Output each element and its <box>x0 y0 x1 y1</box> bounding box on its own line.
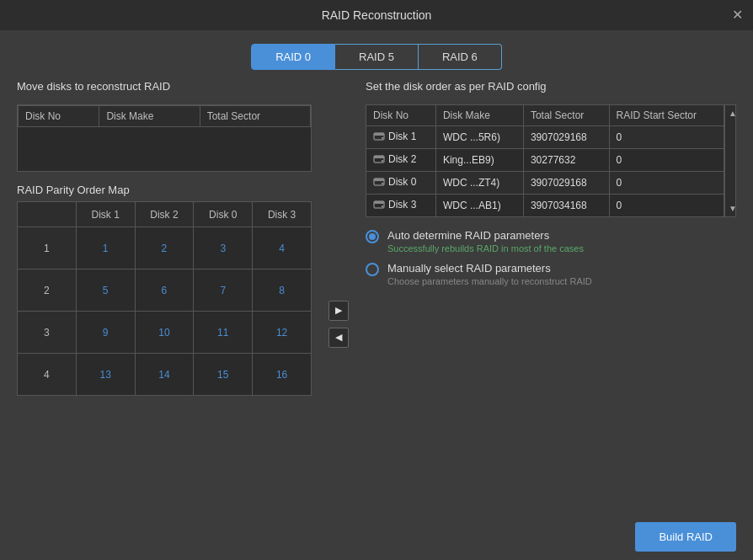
parity-cell-r2-c4: 8 <box>253 269 312 312</box>
tab-raid0[interactable]: RAID 0 <box>251 44 335 70</box>
left-panel: Move disks to reconstruct RAID Disk No D… <box>17 80 312 500</box>
auto-option-text: Auto determine RAID parameters Successfu… <box>387 229 584 253</box>
left-col-diskno: Disk No <box>19 106 99 127</box>
auto-option-label: Auto determine RAID parameters <box>387 229 584 242</box>
parity-cell-r4-c1: 13 <box>76 354 135 396</box>
right-table-row[interactable]: Disk 1WDC ...5R6)39070291680 <box>366 126 724 149</box>
right-disk-raid-start: 0 <box>609 195 724 217</box>
svg-point-2 <box>382 137 383 139</box>
parity-row-header-3: 3 <box>18 312 77 354</box>
svg-point-5 <box>382 160 383 162</box>
right-panel: Set the disk order as per RAID config Di… <box>366 80 736 500</box>
move-left-button[interactable]: ◀ <box>328 328 349 348</box>
right-col-diskno: Disk No <box>366 105 436 126</box>
parity-cell-r4-c3: 15 <box>194 354 253 396</box>
right-table-row[interactable]: Disk 3WDC ...AB1)39070341680 <box>366 195 724 217</box>
parity-section: RAID Parity Order Map Disk 1 Disk 2 Disk… <box>17 184 312 396</box>
footer: Build RAID <box>0 514 753 560</box>
parity-col-disk0: Disk 0 <box>194 202 253 227</box>
right-disk-name: Disk 1 <box>366 126 436 149</box>
right-table-wrapper: Disk No Disk Make Total Sector RAID Star… <box>366 104 736 217</box>
parity-row-header-2: 2 <box>18 269 77 312</box>
tab-raid5[interactable]: RAID 5 <box>335 44 419 70</box>
right-disk-total-sector: 3907029168 <box>523 126 609 149</box>
parity-col-empty <box>18 202 77 227</box>
parity-cell-r1-c4: 4 <box>253 227 312 269</box>
move-right-button[interactable]: ▶ <box>328 301 349 321</box>
manual-option: Manually select RAID parameters Choose p… <box>366 262 736 286</box>
scroll-down-button[interactable]: ▼ <box>727 202 734 215</box>
right-disk-name: Disk 2 <box>366 149 436 172</box>
right-panel-title: Set the disk order as per RAID config <box>366 80 736 93</box>
close-button[interactable]: ✕ <box>732 8 743 22</box>
parity-cell-r3-c4: 12 <box>253 312 312 354</box>
manual-option-label: Manually select RAID parameters <box>387 262 592 275</box>
left-col-diskmake: Disk Make <box>99 106 200 127</box>
parity-row-header-4: 4 <box>18 354 77 396</box>
right-col-totalsector: Total Sector <box>523 105 609 126</box>
auto-radio-button[interactable] <box>366 230 379 243</box>
right-disk-make: WDC ...ZT4) <box>435 172 523 195</box>
svg-rect-10 <box>374 201 384 204</box>
right-disk-raid-start: 0 <box>609 126 724 149</box>
parity-row-1: 11234 <box>18 227 312 269</box>
right-disk-name: Disk 0 <box>366 172 436 195</box>
manual-radio-button[interactable] <box>366 263 379 276</box>
manual-option-desc: Choose parameters manually to reconstruc… <box>387 276 592 286</box>
right-disk-total-sector: 30277632 <box>523 149 609 172</box>
parity-row-4: 413141516 <box>18 354 312 396</box>
parity-cell-r1-c1: 1 <box>76 227 135 269</box>
svg-rect-7 <box>374 179 384 181</box>
right-disk-make: WDC ...AB1) <box>435 195 523 217</box>
right-table-row[interactable]: Disk 0WDC ...ZT4)39070291680 <box>366 172 724 195</box>
scroll-bar: ▲ ▼ <box>724 104 736 217</box>
right-table-row[interactable]: Disk 2King...EB9)302776320 <box>366 149 724 172</box>
mid-arrows: ▶ ◀ <box>328 80 349 500</box>
auto-option: Auto determine RAID parameters Successfu… <box>366 229 736 253</box>
right-disk-total-sector: 3907029168 <box>523 172 609 195</box>
parity-title: RAID Parity Order Map <box>17 184 312 196</box>
tab-raid6[interactable]: RAID 6 <box>419 44 502 70</box>
build-raid-button[interactable]: Build RAID <box>635 522 736 552</box>
title-bar: RAID Reconstruction ✕ <box>0 0 753 30</box>
parity-row-header-1: 1 <box>18 227 77 269</box>
parity-col-disk2: Disk 2 <box>135 202 194 227</box>
right-col-diskmake: Disk Make <box>435 105 523 126</box>
parity-row-3: 39101112 <box>18 312 312 354</box>
svg-point-11 <box>382 205 383 207</box>
manual-option-text: Manually select RAID parameters Choose p… <box>387 262 592 286</box>
parity-table: Disk 1 Disk 2 Disk 0 Disk 3 112342567839… <box>17 201 312 396</box>
svg-point-8 <box>382 183 383 184</box>
parity-cell-r4-c2: 14 <box>135 354 194 396</box>
parity-col-disk1: Disk 1 <box>76 202 135 227</box>
parity-col-disk3: Disk 3 <box>253 202 312 227</box>
scroll-up-button[interactable]: ▲ <box>727 107 734 120</box>
left-table-container: Disk No Disk Make Total Sector <box>17 104 312 172</box>
content-area: RAID 0 RAID 5 RAID 6 Move disks to recon… <box>0 30 753 514</box>
right-disk-total-sector: 3907034168 <box>523 195 609 217</box>
right-disk-make: King...EB9) <box>435 149 523 172</box>
parity-row-2: 25678 <box>18 269 312 312</box>
tabs-row: RAID 0 RAID 5 RAID 6 <box>17 44 736 70</box>
window-title: RAID Reconstruction <box>322 8 432 22</box>
right-table-scroll: Disk No Disk Make Total Sector RAID Star… <box>366 104 724 217</box>
radio-section: Auto determine RAID parameters Successfu… <box>366 229 736 286</box>
auto-option-desc: Successfully rebuilds RAID in most of th… <box>387 243 584 253</box>
left-col-totalsector: Total Sector <box>200 106 310 127</box>
left-disk-table: Disk No Disk Make Total Sector <box>18 105 311 127</box>
right-disk-raid-start: 0 <box>609 149 724 172</box>
right-disk-name: Disk 3 <box>366 195 436 217</box>
right-disk-make: WDC ...5R6) <box>435 126 523 149</box>
right-disk-table: Disk No Disk Make Total Sector RAID Star… <box>366 104 724 217</box>
parity-cell-r1-c3: 3 <box>194 227 253 269</box>
parity-cell-r4-c4: 16 <box>253 354 312 396</box>
main-split: Move disks to reconstruct RAID Disk No D… <box>17 80 736 500</box>
right-col-raidstart: RAID Start Sector <box>609 105 724 126</box>
parity-cell-r2-c1: 5 <box>76 269 135 312</box>
parity-cell-r3-c3: 11 <box>194 312 253 354</box>
parity-cell-r2-c2: 6 <box>135 269 194 312</box>
right-disk-raid-start: 0 <box>609 172 724 195</box>
parity-cell-r2-c3: 7 <box>194 269 253 312</box>
parity-cell-r1-c2: 2 <box>135 227 194 269</box>
left-panel-title: Move disks to reconstruct RAID <box>17 80 312 93</box>
